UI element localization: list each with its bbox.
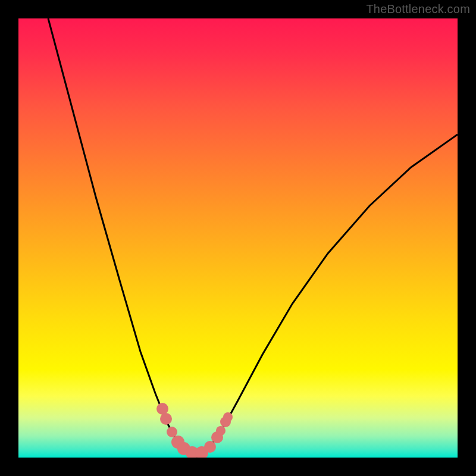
data-point (223, 412, 233, 422)
right-curve (197, 134, 458, 457)
left-curve (48, 18, 197, 457)
data-point (160, 413, 172, 425)
data-point (216, 426, 226, 436)
plot-area (18, 18, 458, 458)
watermark-text: TheBottleneck.com (366, 2, 470, 16)
chart-curves (18, 18, 458, 458)
chart-frame: TheBottleneck.com (0, 0, 476, 476)
